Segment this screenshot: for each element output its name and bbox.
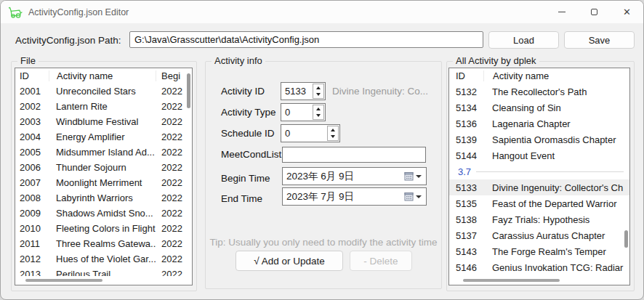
dropdown-arrow-icon[interactable] [416, 195, 422, 198]
spinner-buttons [313, 105, 324, 120]
save-button[interactable]: Save [564, 31, 635, 49]
divider-line [476, 171, 624, 172]
file-activity-list: ID Activity name Begi 2001Unreconciled S… [15, 68, 193, 285]
minimize-icon [558, 12, 565, 12]
begin-time-value: 2023年 6月 9日 [283, 170, 404, 183]
table-row[interactable]: 2001Unreconciled Stars2022 [15, 84, 192, 99]
table-row[interactable]: 2004Energy Amplifier2022 [15, 129, 192, 145]
table-row[interactable]: 2002Lantern Rite2022 [15, 99, 192, 114]
delete-button[interactable]: - Delete [350, 251, 412, 271]
activity-type-value: 0 [281, 104, 313, 121]
arrow-down-icon [316, 93, 321, 96]
spin-down-button[interactable] [313, 92, 323, 99]
arrow-down-icon [331, 135, 335, 138]
close-icon: ✕ [623, 7, 631, 17]
calendar-icon[interactable] [404, 171, 414, 181]
horizontal-scrollbar[interactable] [450, 276, 629, 285]
maximize-icon [591, 9, 597, 15]
end-time-value: 2023年 7月 9日 [283, 190, 404, 203]
tip-text: Tip: Usually you only need to modify the… [205, 237, 442, 248]
activity-type-label: Activity Type [221, 107, 276, 118]
column-header-id[interactable]: ID [449, 70, 483, 81]
minimize-button[interactable] [545, 1, 578, 23]
arrow-up-icon [316, 108, 321, 110]
begin-time-label: Begin Time [221, 173, 270, 184]
version-label: 3.7 [449, 166, 471, 177]
activity-type-spinner[interactable]: 0 [281, 103, 326, 121]
table-row[interactable]: 5136Lagenaria Chapter [449, 115, 629, 131]
vertical-scrollbar[interactable] [624, 230, 628, 248]
spin-down-button[interactable] [328, 134, 338, 141]
table-row[interactable]: 2007Moonlight Merriment2022 [15, 175, 192, 190]
activity-id-spinner[interactable]: 5133 [281, 82, 326, 100]
scrollbar-thumb[interactable] [463, 279, 560, 282]
spinner-buttons [327, 126, 339, 141]
table-row[interactable]: 5132The Recollector's Path [449, 84, 629, 100]
column-header-activity-name[interactable]: Activity name [483, 70, 629, 81]
vertical-scrollbar[interactable] [187, 73, 190, 108]
all-list-header: ID Activity name [449, 68, 629, 84]
activity-id-label: Activity ID [221, 86, 265, 97]
table-row[interactable]: 5137Carassius Auratus Chapter [449, 227, 629, 243]
app-window: ActivityConfig.json Editor ✕ ActivityCon… [0, 0, 644, 300]
version-divider: 3.7 [449, 163, 629, 179]
table-row[interactable]: 2010Fleeting Colors in Flight2022 [15, 221, 192, 236]
arrow-up-icon [331, 129, 335, 131]
meetcondlist-label: MeetCondList [221, 149, 281, 160]
arrow-down-icon [316, 114, 321, 117]
table-row[interactable]: 5135Feast of the Departed Warrior [449, 195, 629, 211]
activity-info-title: Activity info [212, 55, 265, 66]
table-row[interactable]: 5139Sapientia Oromasdis Chapter [449, 131, 629, 147]
path-label: ActivityConfig.json Path: [15, 35, 121, 46]
table-row[interactable]: 2009Shadows Amidst Sno...2022 [15, 206, 192, 221]
column-header-id[interactable]: ID [15, 70, 49, 81]
spin-up-button[interactable] [313, 84, 323, 92]
dropdown-arrow-icon[interactable] [416, 175, 422, 178]
table-row[interactable]: 5138Fayz Trials: Hypothesis [449, 211, 629, 227]
file-list-header: ID Activity name Begi [15, 68, 192, 84]
maximize-button[interactable] [578, 1, 611, 23]
activity-name-note: Divine Ingenuity: Co... [332, 86, 440, 97]
add-or-update-button[interactable]: √ Add or Update [236, 251, 343, 271]
spinner-buttons [313, 84, 324, 99]
table-row[interactable]: 2006Thunder Sojourn2022 [15, 160, 192, 175]
window-title: ActivityConfig.json Editor [28, 7, 129, 17]
table-row[interactable]: 2003Windblume Festival2022 [15, 114, 192, 129]
column-header-activity-name[interactable]: Activity name [49, 70, 156, 81]
schedule-id-value: 0 [281, 125, 327, 142]
table-row[interactable]: 2012Hues of the Violet Gar...2022 [15, 251, 192, 267]
window-controls: ✕ [545, 1, 643, 23]
all-activity-list: ID Activity name 5132The Recollector's P… [448, 68, 630, 285]
table-row[interactable]: 5134Cleansing of Sin [449, 100, 629, 115]
meetcondlist-input[interactable] [282, 147, 426, 163]
schedule-id-spinner[interactable]: 0 [281, 124, 340, 142]
spin-up-button[interactable] [328, 126, 338, 134]
file-group-title: File [17, 55, 39, 66]
load-button[interactable]: Load [488, 31, 559, 49]
title-bar[interactable]: ActivityConfig.json Editor ✕ [1, 1, 643, 23]
calendar-icon[interactable] [404, 192, 414, 201]
scrollbar-thumb[interactable] [25, 279, 102, 282]
spin-up-button[interactable] [313, 105, 323, 113]
table-row[interactable]: 2008Labyrinth Warriors2022 [15, 190, 192, 206]
table-row[interactable]: 5144Hangout Event [449, 147, 629, 163]
table-row[interactable]: 5143The Forge Realm's Temper [449, 243, 629, 259]
table-row-selected[interactable]: 5133Divine Ingenuity: Collector's Ch [449, 179, 629, 195]
arrow-up-icon [316, 86, 321, 89]
table-row[interactable]: 2005Midsummer Island Ad...2022 [15, 145, 192, 160]
all-activity-title: All Activity by dplek [453, 55, 539, 66]
activity-id-value: 5133 [281, 83, 313, 100]
end-time-label: End Time [221, 193, 262, 204]
horizontal-scrollbar[interactable] [16, 276, 191, 285]
schedule-id-label: Schedule ID [221, 128, 275, 139]
table-row[interactable]: 5146Genius Invokation TCG: Radiar [449, 259, 629, 275]
table-row[interactable]: 2011Three Realms Gatewa...2022 [15, 236, 192, 251]
begin-time-picker[interactable]: 2023年 6月 9日 [282, 167, 427, 185]
end-time-picker[interactable]: 2023年 7月 9日 [282, 187, 427, 206]
grasscutter-logo-icon [8, 6, 23, 19]
close-button[interactable]: ✕ [611, 1, 643, 23]
spin-down-button[interactable] [313, 113, 323, 120]
path-input[interactable] [129, 31, 483, 48]
